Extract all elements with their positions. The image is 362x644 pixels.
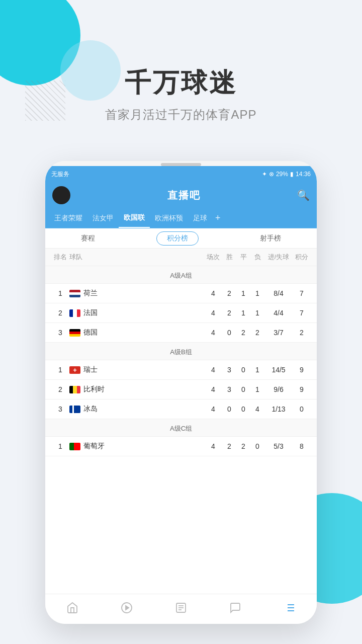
- sub-tab-standings[interactable]: 积分榜: [156, 231, 199, 246]
- phone-notch: [161, 163, 201, 166]
- gd: 9/6: [264, 385, 293, 393]
- draw: 2: [236, 329, 250, 337]
- content-scroll: 赛程 积分榜 射手榜 排名 球队 场次 胜 平 负 进/失球 积分 A级A组 1: [45, 228, 317, 624]
- nav-tabs: 王者荣耀 法女甲 欧国联 欧洲杯预 足球 +: [45, 208, 317, 228]
- gd: 3/7: [264, 329, 293, 337]
- nav-tab-ouzhou[interactable]: 欧洲杯预: [150, 208, 188, 228]
- played: 4: [204, 309, 222, 317]
- group-header-c: A级C组: [45, 419, 317, 437]
- phone-top-bar: [45, 161, 317, 166]
- draw: 1: [236, 309, 250, 317]
- flag-pt: [69, 443, 80, 450]
- play-icon: [121, 602, 133, 617]
- search-icon[interactable]: 🔍: [297, 189, 310, 201]
- team-cell: 法国: [69, 308, 204, 317]
- status-no-service: 无服务: [51, 170, 69, 179]
- flag-nl: [69, 290, 80, 297]
- svg-marker-1: [126, 606, 129, 610]
- played: 4: [204, 442, 222, 450]
- table-row: 2 比利时 4 3 0 1 9/6 9: [45, 380, 317, 399]
- win: 0: [222, 405, 236, 413]
- lose: 1: [250, 309, 264, 317]
- draw: 2: [236, 442, 250, 450]
- header-section: 千万球迷 首家月活过千万的体育APP: [0, 65, 362, 123]
- gd: 1/13: [264, 405, 293, 413]
- bottom-nav: [45, 594, 317, 624]
- lose: 4: [250, 405, 264, 413]
- header-rank: 排名: [51, 253, 69, 262]
- lose: 2: [250, 329, 264, 337]
- draw: 1: [236, 289, 250, 297]
- team-cell: 瑞士: [69, 365, 204, 374]
- win: 2: [222, 309, 236, 317]
- nav-tab-fanv[interactable]: 法女甲: [87, 208, 119, 228]
- pts: 2: [293, 329, 311, 337]
- table-row: 2 法国 4 2 1 1 4/4 7: [45, 303, 317, 323]
- flag-de: [69, 329, 80, 337]
- news-icon: [175, 602, 187, 617]
- battery-text: 29%: [276, 171, 288, 178]
- draw: 0: [236, 385, 250, 393]
- pts: 8: [293, 442, 311, 450]
- page-subtitle: 首家月活过千万的体育APP: [0, 107, 362, 123]
- wifi-icon: ⊗: [269, 171, 274, 178]
- home-icon: [66, 602, 78, 617]
- battery-icon: ▮: [290, 171, 294, 178]
- gd: 5/3: [264, 442, 293, 450]
- win: 0: [222, 329, 236, 337]
- chat-icon: [229, 602, 241, 617]
- app-logo[interactable]: [52, 186, 70, 204]
- win: 2: [222, 289, 236, 297]
- bottom-nav-home[interactable]: [66, 600, 78, 619]
- lose: 1: [250, 289, 264, 297]
- team-cell: 德国: [69, 328, 204, 337]
- flag-fr: [69, 309, 80, 317]
- team-cell: 冰岛: [69, 405, 204, 414]
- table-row: 1 葡萄牙 4 2 2 0 5/3 8: [45, 437, 317, 456]
- gd: 8/4: [264, 289, 293, 297]
- draw: 0: [236, 366, 250, 374]
- table-row: 3 冰岛 4 0 0 4 1/13 0: [45, 399, 317, 419]
- played: 4: [204, 405, 222, 413]
- sub-tab-schedule[interactable]: 赛程: [71, 232, 105, 245]
- played: 4: [204, 385, 222, 393]
- table-row: 1 荷兰 4 2 1 1 8/4 7: [45, 284, 317, 303]
- played: 4: [204, 366, 222, 374]
- sub-tab-scorers[interactable]: 射手榜: [250, 232, 291, 245]
- lose: 1: [250, 366, 264, 374]
- win: 2: [222, 442, 236, 450]
- played: 4: [204, 329, 222, 337]
- status-right: ✦ ⊗ 29% ▮ 14:36: [262, 171, 311, 178]
- header-draw: 平: [236, 253, 250, 262]
- nav-tab-wangzhe[interactable]: 王者荣耀: [49, 208, 87, 228]
- draw: 0: [236, 405, 250, 413]
- rank: 3: [51, 329, 69, 337]
- nav-tab-zuqiu[interactable]: 足球: [188, 208, 212, 228]
- bottom-nav-play[interactable]: [121, 600, 133, 619]
- group-header-b: A级B组: [45, 343, 317, 360]
- pts: 9: [293, 366, 311, 374]
- time: 14:36: [296, 171, 311, 178]
- header-played: 场次: [204, 253, 222, 262]
- win: 3: [222, 385, 236, 393]
- bluetooth-icon: ✦: [262, 171, 267, 178]
- team-cell: 比利时: [69, 385, 204, 394]
- status-bar: 无服务 ✦ ⊗ 29% ▮ 14:36: [45, 166, 317, 182]
- nav-tab-plus[interactable]: +: [212, 213, 224, 223]
- flag-is: [69, 406, 80, 413]
- rank: 1: [51, 442, 69, 450]
- played: 4: [204, 289, 222, 297]
- bottom-nav-chat[interactable]: [229, 600, 241, 619]
- table-header: 排名 球队 场次 胜 平 负 进/失球 积分: [45, 249, 317, 266]
- group-header-a: A级A组: [45, 266, 317, 284]
- app-title: 直播吧: [167, 189, 201, 202]
- win: 3: [222, 366, 236, 374]
- header-pts: 积分: [293, 253, 311, 262]
- rank: 1: [51, 289, 69, 297]
- bottom-nav-list[interactable]: [284, 600, 296, 619]
- pts: 9: [293, 385, 311, 393]
- bottom-nav-news[interactable]: [175, 600, 187, 619]
- table-row: 3 德国 4 0 2 2 3/7 2: [45, 323, 317, 343]
- app-header: 直播吧 🔍: [45, 182, 317, 208]
- nav-tab-ouguo[interactable]: 欧国联: [119, 208, 150, 228]
